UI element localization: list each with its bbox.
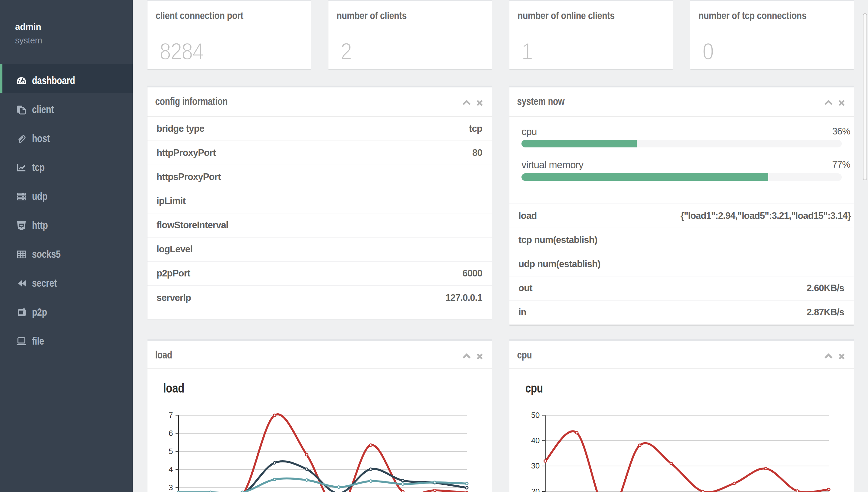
svg-text:6: 6 (169, 429, 173, 438)
svg-text:5: 5 (169, 447, 173, 456)
svg-text:20: 20 (531, 487, 539, 492)
svg-text:7: 7 (169, 411, 173, 420)
svg-text:50: 50 (531, 411, 539, 420)
svg-text:4: 4 (169, 465, 173, 474)
svg-text:cpu: cpu (525, 381, 543, 395)
svg-text:30: 30 (531, 461, 539, 470)
svg-text:40: 40 (531, 436, 539, 445)
svg-text:load: load (163, 381, 184, 395)
svg-text:3: 3 (169, 483, 173, 492)
